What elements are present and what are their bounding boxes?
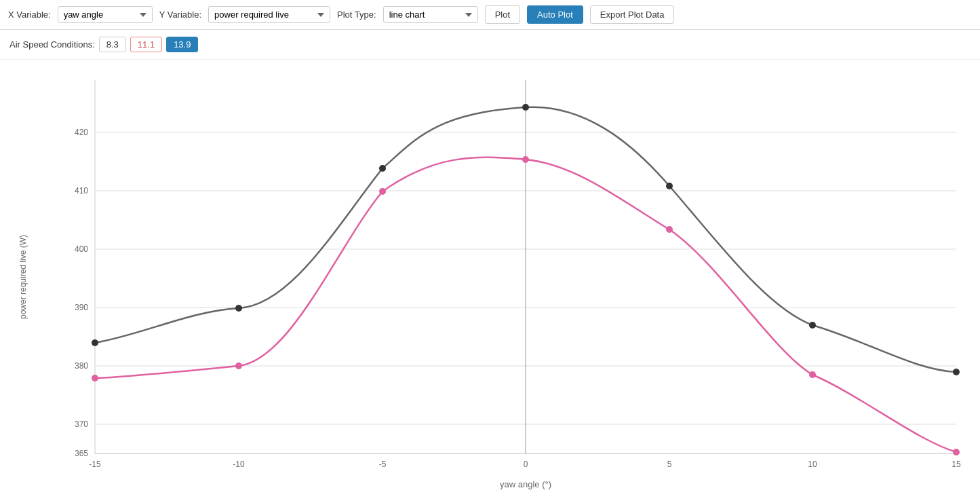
gray-dot-6 [809,322,816,329]
svg-text:-15: -15 [89,460,101,469]
gray-dot-3 [379,165,386,172]
y-axis-label: power required live (W) [18,235,28,319]
svg-text:365: 365 [75,449,88,458]
gray-dot-4 [522,104,529,111]
speed-badge-8-3[interactable]: 8.3 [99,37,126,52]
svg-text:0: 0 [524,460,528,469]
svg-text:410: 410 [75,186,88,195]
toolbar: X Variable: yaw angle Y Variable: power … [0,0,980,30]
auto-plot-button[interactable]: Auto Plot [527,5,583,24]
pink-dot-4 [522,156,529,163]
x-variable-select[interactable]: yaw angle [58,6,153,23]
speed-badge-13-9[interactable]: 13.9 [166,37,198,52]
svg-text:10: 10 [808,460,817,469]
gray-dot-2 [235,305,242,312]
chart-svg: 365 370 380 390 400 410 420 -15 -10 -5 0… [54,73,977,494]
svg-text:420: 420 [75,128,88,137]
svg-text:400: 400 [75,244,88,254]
pink-dot-6 [809,371,816,378]
plot-button[interactable]: Plot [485,5,520,24]
gray-dot-7 [953,369,960,375]
svg-text:5: 5 [667,460,672,469]
svg-text:390: 390 [75,303,88,312]
chart-area: power required live (W) 365 370 380 390 … [14,60,966,503]
pink-dot-7 [953,449,960,455]
pink-dot-3 [379,188,386,195]
gray-dot-5 [666,183,673,189]
gray-dot-1 [92,339,98,346]
y-variable-label: Y Variable: [159,10,201,20]
export-plot-data-button[interactable]: Export Plot Data [590,5,675,24]
pink-dot-1 [92,375,98,381]
pink-dot-5 [666,226,673,233]
pink-dot-2 [235,362,242,369]
speed-badge-11-1[interactable]: 11.1 [130,37,162,52]
svg-text:380: 380 [75,361,88,371]
x-variable-label: X Variable: [8,10,51,20]
plot-type-select[interactable]: line chart [383,6,478,23]
air-speed-conditions-row: Air Speed Conditions: 8.3 11.1 13.9 [0,30,980,60]
svg-text:yaw angle (°): yaw angle (°) [500,479,551,489]
plot-type-label: Plot Type: [337,10,376,20]
svg-text:370: 370 [75,420,88,429]
y-variable-select[interactable]: power required live [208,6,330,23]
air-speed-label: Air Speed Conditions: [9,39,95,50]
svg-text:-5: -5 [379,460,387,469]
svg-text:-10: -10 [233,460,245,469]
svg-text:15: 15 [952,460,961,469]
